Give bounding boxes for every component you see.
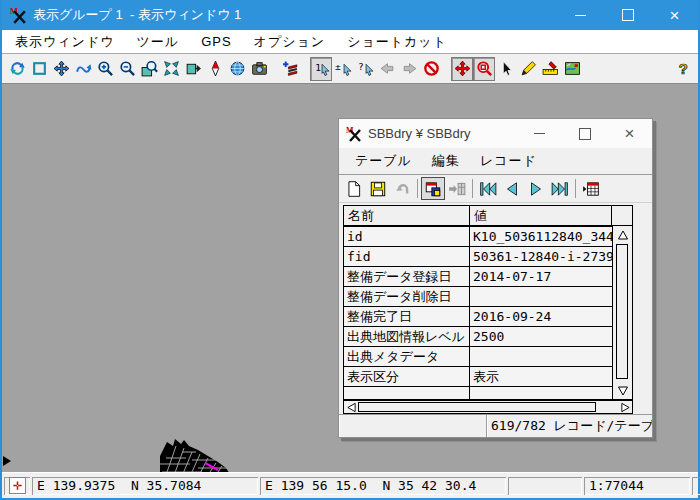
- panel-expand-handle[interactable]: [3, 456, 11, 466]
- step-back-icon: [379, 60, 396, 77]
- first-record-icon: [479, 180, 497, 198]
- next-record-button[interactable]: [524, 177, 548, 200]
- field-value[interactable]: 2500: [470, 327, 612, 346]
- scroll-left-button[interactable]: [344, 401, 358, 413]
- minimize-icon: [534, 133, 545, 134]
- app-logo-icon: [346, 126, 362, 142]
- measure-icon: [542, 60, 559, 77]
- record-to-table-icon: [448, 180, 466, 198]
- table-view-button[interactable]: [579, 177, 603, 200]
- globe-button[interactable]: [226, 57, 248, 81]
- position-marker-cell: [4, 477, 30, 495]
- pan-mode-button[interactable]: [451, 57, 473, 81]
- vertical-scroll-thumb[interactable]: [616, 244, 628, 379]
- pointer-button[interactable]: [495, 57, 517, 81]
- table-row-empty: [344, 387, 612, 400]
- prev-record-button[interactable]: [500, 177, 524, 200]
- field-name: 整備完了日: [344, 307, 470, 326]
- undo-button[interactable]: [390, 177, 414, 200]
- field-value[interactable]: [470, 387, 612, 400]
- column-header-value[interactable]: 値: [470, 206, 612, 225]
- close-icon: ×: [625, 125, 635, 142]
- zoom-to-selection-button[interactable]: [138, 57, 160, 81]
- scroll-down-button[interactable]: [613, 383, 632, 398]
- select-query-button[interactable]: [354, 57, 376, 81]
- field-value[interactable]: 表示: [470, 367, 612, 386]
- zoom-mode-button[interactable]: [473, 57, 495, 81]
- zoom-in-button[interactable]: [94, 57, 116, 81]
- main-titlebar: 表示グループ 1 - 表示ウィンドウ 1 ×: [2, 0, 698, 30]
- coordinate-dms: E 139 56 15.0 N 35 42 30.4: [260, 477, 506, 495]
- redraw-button[interactable]: [6, 57, 28, 81]
- close-button[interactable]: ×: [651, 0, 698, 30]
- menu-options[interactable]: オプション: [243, 30, 337, 53]
- menu-tools[interactable]: ツール: [126, 30, 191, 53]
- menu-edit[interactable]: 編集: [422, 148, 470, 174]
- first-record-button[interactable]: [476, 177, 500, 200]
- record-maximize-button[interactable]: [562, 119, 607, 148]
- select-area-icon: [31, 60, 48, 77]
- record-minimize-button[interactable]: [517, 119, 562, 148]
- maximize-button[interactable]: [604, 0, 651, 30]
- table-row: 整備完了日2016-09-24: [344, 307, 612, 327]
- main-menubar: 表示ウィンドウ ツール GPS オプション ショートカット: [2, 30, 698, 54]
- record-window: SBBdry ¥ SBBdry × テーブル 編集 レコード: [338, 118, 653, 438]
- column-header-name[interactable]: 名前: [344, 206, 470, 225]
- map-scale: 1:77044: [584, 477, 690, 495]
- camera-icon: [251, 60, 268, 77]
- map-canvas[interactable]: SBBdry ¥ SBBdry × テーブル 編集 レコード: [2, 84, 698, 472]
- map-image-icon: [564, 60, 581, 77]
- map-shift-button[interactable]: [182, 57, 204, 81]
- vertical-scrollbar[interactable]: [612, 226, 632, 399]
- scroll-up-button[interactable]: [613, 227, 632, 242]
- draw-button[interactable]: [517, 57, 539, 81]
- record-to-table-button[interactable]: [445, 177, 469, 200]
- record-close-button[interactable]: ×: [607, 119, 652, 148]
- cancel-button[interactable]: [420, 57, 442, 81]
- select-area-button[interactable]: [28, 57, 50, 81]
- select-single-button[interactable]: [310, 57, 332, 81]
- minimize-button[interactable]: [557, 0, 604, 30]
- menu-table[interactable]: テーブル: [345, 148, 422, 174]
- measure-button[interactable]: [539, 57, 561, 81]
- field-value[interactable]: [470, 287, 612, 306]
- field-value[interactable]: 50361-12840-i-2739: [470, 247, 612, 266]
- zoom-mode-icon: [476, 60, 493, 77]
- fit-view-button[interactable]: [160, 57, 182, 81]
- form-view-button[interactable]: [421, 177, 445, 200]
- field-value[interactable]: 2014-07-17: [470, 267, 612, 286]
- last-record-button[interactable]: [548, 177, 572, 200]
- select-query-icon: [357, 60, 374, 77]
- help-button[interactable]: [672, 57, 694, 81]
- add-layer-button[interactable]: [279, 57, 301, 81]
- menu-gps[interactable]: GPS: [190, 30, 242, 53]
- step-forward-button[interactable]: [398, 57, 420, 81]
- pointer-icon: [498, 60, 515, 77]
- zoom-out-button[interactable]: [116, 57, 138, 81]
- field-value[interactable]: K10_5036112840_344: [470, 227, 612, 246]
- menu-display-window[interactable]: 表示ウィンドウ: [4, 30, 126, 53]
- view-history-button[interactable]: [72, 57, 94, 81]
- select-plus-minus-button[interactable]: [332, 57, 354, 81]
- field-value[interactable]: [470, 347, 612, 366]
- menu-shortcuts[interactable]: ショートカット: [336, 30, 458, 53]
- horizontal-scrollbar[interactable]: [343, 400, 633, 414]
- menu-record[interactable]: レコード: [470, 148, 547, 174]
- map-image-button[interactable]: [561, 57, 583, 81]
- compass-button[interactable]: [204, 57, 226, 81]
- scroll-right-button[interactable]: [618, 401, 632, 413]
- map-feature-polygons: [152, 436, 242, 472]
- status-end-cell: [692, 477, 700, 495]
- record-statusbar: 619/782 レコード/テーブル: [339, 414, 652, 437]
- step-forward-icon: [401, 60, 418, 77]
- field-value[interactable]: 2016-09-24: [470, 307, 612, 326]
- new-record-button[interactable]: [342, 177, 366, 200]
- save-button[interactable]: [366, 177, 390, 200]
- snapshot-button[interactable]: [248, 57, 270, 81]
- horizontal-scroll-thumb[interactable]: [358, 402, 596, 412]
- compass-icon: [207, 60, 224, 77]
- field-name: 整備データ削除日: [344, 287, 470, 306]
- step-back-button[interactable]: [376, 57, 398, 81]
- next-record-icon: [527, 180, 545, 198]
- pan-button[interactable]: [50, 57, 72, 81]
